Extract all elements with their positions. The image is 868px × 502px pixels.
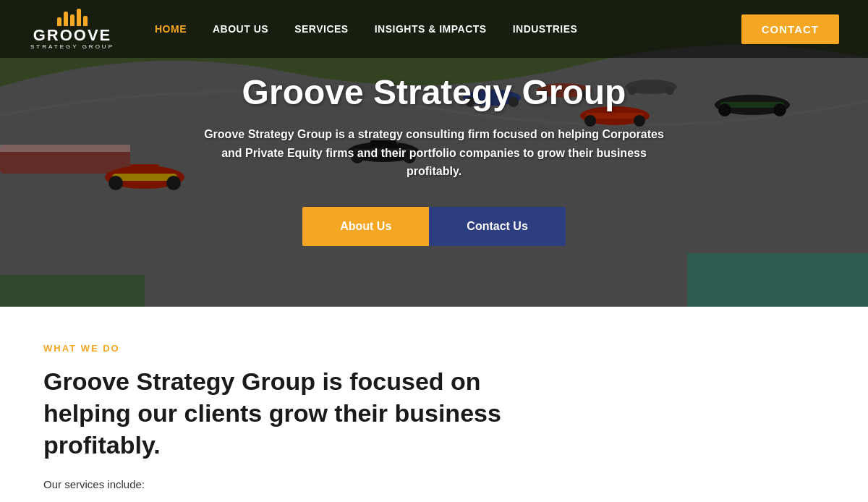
nav-industries[interactable]: INDUSTRIES bbox=[503, 17, 588, 41]
hero-buttons: About Us Contact Us bbox=[0, 207, 868, 246]
content-section: WHAT WE DO Groove Strategy Group is focu… bbox=[0, 307, 868, 502]
nav-links: HOME ABOUT US SERVICES INSIGHTS & IMPACT… bbox=[145, 17, 734, 41]
hero-subtitle: Groove Strategy Group is a strategy cons… bbox=[203, 125, 665, 181]
navbar: GROOVE STRATEGY GROUP HOME ABOUT US SERV… bbox=[0, 0, 868, 58]
section-body: Our services include: bbox=[43, 476, 825, 493]
hero-section: GROOVE STRATEGY GROUP HOME ABOUT US SERV… bbox=[0, 0, 868, 307]
nav-home[interactable]: HOME bbox=[145, 17, 197, 41]
logo-icon bbox=[57, 9, 88, 26]
nav-insights[interactable]: INSIGHTS & IMPACTS bbox=[365, 17, 497, 41]
logo-text: GROOVE bbox=[33, 27, 112, 43]
logo[interactable]: GROOVE STRATEGY GROUP bbox=[29, 9, 116, 50]
logo-sub: STRATEGY GROUP bbox=[30, 43, 114, 50]
section-heading: Groove Strategy Group is focused on help… bbox=[43, 365, 535, 461]
hero-title: Groove Strategy Group bbox=[0, 72, 868, 112]
hero-about-button[interactable]: About Us bbox=[302, 207, 429, 246]
nav-contact-button[interactable]: CONTACT bbox=[741, 14, 839, 44]
nav-about[interactable]: ABOUT US bbox=[203, 17, 278, 41]
nav-services[interactable]: SERVICES bbox=[284, 17, 359, 41]
hero-contact-button[interactable]: Contact Us bbox=[429, 207, 565, 246]
section-eyebrow: WHAT WE DO bbox=[43, 343, 825, 354]
